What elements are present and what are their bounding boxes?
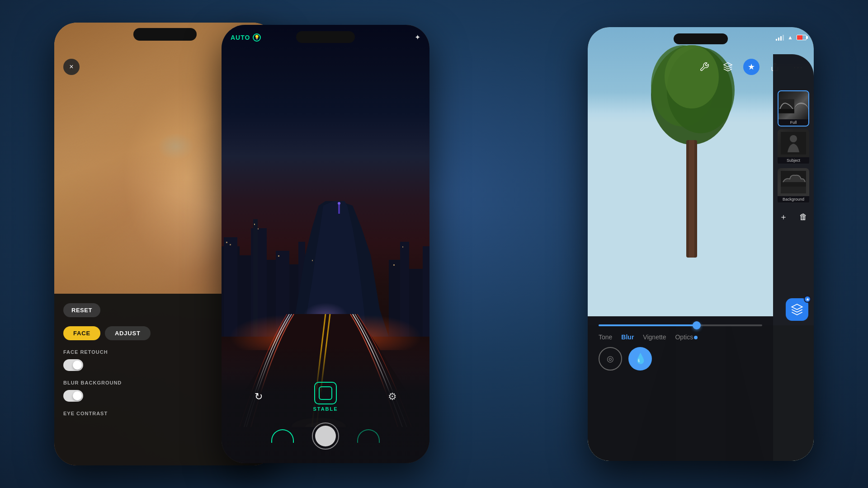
battery-tip bbox=[807, 36, 808, 39]
tools-icon bbox=[699, 62, 709, 72]
layer-subject-img bbox=[778, 129, 809, 157]
layer-background[interactable]: Background bbox=[778, 168, 809, 204]
optics-dot bbox=[694, 336, 698, 339]
signal-bar-3 bbox=[780, 36, 782, 41]
signal-bar-4 bbox=[783, 35, 784, 41]
svg-rect-25 bbox=[393, 264, 395, 266]
tab-adjust[interactable]: ADJUST bbox=[105, 326, 151, 340]
layers-icon bbox=[723, 62, 733, 72]
stable-icon bbox=[314, 382, 337, 404]
close-icon: × bbox=[69, 63, 73, 71]
layer-subject[interactable]: Subject bbox=[778, 129, 809, 165]
tab-blur[interactable]: Blur bbox=[621, 333, 634, 341]
slider-row bbox=[595, 316, 766, 332]
refresh-button[interactable]: ↻ bbox=[249, 387, 269, 407]
stable-button[interactable]: STABLE bbox=[313, 382, 338, 412]
svg-point-46 bbox=[790, 135, 797, 142]
tab-face[interactable]: FACE bbox=[63, 326, 100, 340]
svg-rect-23 bbox=[278, 255, 279, 257]
svg-rect-20 bbox=[230, 244, 231, 245]
tool-drop[interactable]: 💧 bbox=[628, 347, 652, 371]
delete-layer-button[interactable]: 🗑 bbox=[797, 211, 810, 223]
phones-container: × EXP RESET ↩ FACE ADJUST FACE RETOUCH B… bbox=[0, 0, 868, 488]
face-retouch-toggle[interactable] bbox=[63, 359, 83, 371]
phone-right: ▲ bbox=[588, 27, 814, 461]
signal-bars bbox=[776, 34, 784, 41]
tab-tone[interactable]: Tone bbox=[599, 333, 612, 341]
svg-rect-14 bbox=[338, 205, 340, 214]
auto-label: AUTO bbox=[231, 34, 250, 41]
layer-full[interactable]: Full bbox=[778, 90, 809, 127]
settings-button[interactable]: ⚙ bbox=[382, 387, 402, 407]
svg-rect-26 bbox=[402, 246, 403, 248]
shutter-inner bbox=[315, 426, 336, 446]
camera-controls-row: ↻ STABLE ⚙ bbox=[249, 382, 402, 412]
mid-status-bar: AUTO 💡 ✦ bbox=[231, 33, 420, 42]
edit-bottom-panel: Tone Blur Vignette Optics ◎ 💧 bbox=[588, 316, 773, 461]
add-layer-button[interactable]: ＋ bbox=[777, 211, 790, 223]
layer-subject-label: Subject bbox=[778, 157, 809, 164]
phone-mid: AUTO 💡 ✦ bbox=[222, 25, 429, 463]
svg-rect-37 bbox=[689, 140, 694, 258]
layers-fab-star: ★ bbox=[804, 296, 811, 303]
svg-point-35 bbox=[665, 45, 719, 108]
shutter-area bbox=[271, 422, 380, 450]
tool-radial[interactable]: ◎ bbox=[599, 347, 622, 371]
layer-background-img bbox=[778, 168, 809, 196]
close-button[interactable]: × bbox=[63, 59, 80, 75]
right-status-bar: ▲ bbox=[595, 34, 807, 41]
mid-bottom-controls: ↻ STABLE ⚙ bbox=[222, 346, 429, 463]
layers-button[interactable] bbox=[720, 59, 736, 75]
star-button[interactable]: ★ bbox=[743, 59, 760, 75]
edit-slider[interactable] bbox=[599, 324, 762, 326]
stable-inner bbox=[319, 386, 332, 400]
phone-left-notch bbox=[133, 28, 197, 41]
svg-point-13 bbox=[338, 202, 340, 205]
slider-thumb[interactable] bbox=[693, 321, 701, 329]
tools-button[interactable] bbox=[696, 59, 712, 75]
wifi-icon: ▲ bbox=[788, 34, 793, 41]
blur-bg-toggle[interactable] bbox=[63, 390, 83, 402]
tab-optics[interactable]: Optics bbox=[675, 333, 698, 341]
layer-full-preview bbox=[778, 95, 794, 117]
layer-background-label: Background bbox=[778, 196, 809, 202]
brightness-icon: ✦ bbox=[415, 33, 420, 42]
svg-rect-19 bbox=[226, 242, 227, 243]
edit-tools-row: ◎ 💧 bbox=[595, 347, 766, 371]
reset-button[interactable]: RESET bbox=[63, 303, 100, 317]
layers-fab-icon bbox=[791, 303, 803, 316]
layers-fab[interactable]: ★ bbox=[786, 298, 808, 321]
battery-icon bbox=[797, 35, 807, 40]
auto-indicator: AUTO 💡 bbox=[231, 33, 261, 42]
slider-fill bbox=[599, 324, 697, 326]
svg-rect-21 bbox=[254, 224, 255, 225]
arc-indicator bbox=[271, 429, 294, 443]
stable-label: STABLE bbox=[313, 406, 338, 412]
layer-full-img bbox=[778, 91, 808, 119]
bulb-icon: 💡 bbox=[253, 33, 261, 42]
layer-actions: ＋ 🗑 bbox=[777, 211, 810, 223]
svg-rect-22 bbox=[258, 228, 259, 230]
arc-indicator-2 bbox=[357, 429, 380, 443]
svg-rect-48 bbox=[781, 187, 806, 193]
tab-vignette[interactable]: Vignette bbox=[643, 333, 666, 341]
signal-bar-1 bbox=[776, 39, 777, 41]
svg-rect-24 bbox=[312, 260, 313, 261]
layer-bg-preview bbox=[781, 171, 806, 193]
layers-panel: Full Subject bbox=[773, 54, 814, 461]
battery-fill bbox=[797, 35, 802, 40]
edit-tabs: Tone Blur Vignette Optics bbox=[595, 332, 766, 347]
svg-rect-44 bbox=[778, 109, 794, 113]
signal-bar-2 bbox=[778, 38, 779, 41]
layer-subject-preview bbox=[781, 132, 806, 155]
shutter-button[interactable] bbox=[312, 422, 339, 450]
layer-full-label: Full bbox=[778, 119, 808, 126]
